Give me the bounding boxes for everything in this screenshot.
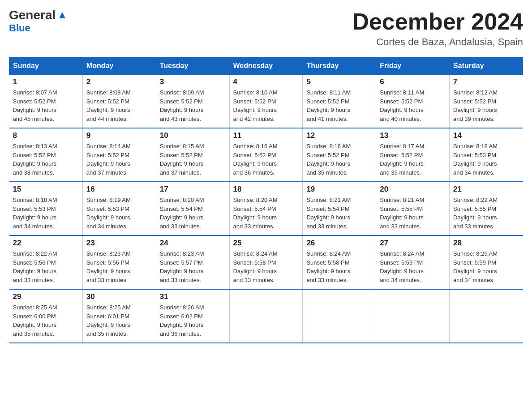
calendar-cell: 1Sunrise: 8:07 AM Sunset: 5:52 PM Daylig… bbox=[9, 75, 83, 128]
logo: General Blue bbox=[9, 9, 67, 34]
day-number: 20 bbox=[380, 185, 446, 194]
day-info: Sunrise: 8:20 AM Sunset: 5:54 PM Dayligh… bbox=[233, 196, 299, 231]
day-number: 3 bbox=[160, 77, 226, 86]
day-number: 1 bbox=[13, 77, 79, 86]
col-friday: Friday bbox=[376, 57, 450, 75]
day-number: 16 bbox=[86, 185, 152, 194]
day-info: Sunrise: 8:21 AM Sunset: 5:55 PM Dayligh… bbox=[380, 196, 446, 231]
page-header: General Blue December 2024 Cortes de Baz… bbox=[9, 9, 523, 48]
calendar-cell: 19Sunrise: 8:21 AM Sunset: 5:54 PM Dayli… bbox=[303, 182, 376, 235]
day-info: Sunrise: 8:21 AM Sunset: 5:54 PM Dayligh… bbox=[306, 196, 372, 231]
day-number: 19 bbox=[306, 185, 372, 194]
day-number: 17 bbox=[160, 185, 226, 194]
calendar-cell: 12Sunrise: 8:16 AM Sunset: 5:52 PM Dayli… bbox=[303, 128, 376, 182]
calendar-cell: 27Sunrise: 8:24 AM Sunset: 5:59 PM Dayli… bbox=[376, 235, 450, 289]
day-number: 24 bbox=[160, 239, 226, 248]
calendar-cell bbox=[450, 289, 523, 343]
day-info: Sunrise: 8:25 AM Sunset: 5:59 PM Dayligh… bbox=[453, 249, 519, 284]
calendar-cell: 11Sunrise: 8:16 AM Sunset: 5:52 PM Dayli… bbox=[229, 128, 303, 182]
day-number: 27 bbox=[380, 239, 446, 248]
day-info: Sunrise: 8:25 AM Sunset: 6:00 PM Dayligh… bbox=[13, 303, 79, 338]
calendar-cell: 23Sunrise: 8:23 AM Sunset: 5:56 PM Dayli… bbox=[82, 235, 156, 289]
day-number: 13 bbox=[380, 131, 446, 140]
calendar-cell: 20Sunrise: 8:21 AM Sunset: 5:55 PM Dayli… bbox=[376, 182, 450, 235]
col-wednesday: Wednesday bbox=[229, 57, 303, 75]
col-thursday: Thursday bbox=[303, 57, 376, 75]
calendar-week-3: 15Sunrise: 8:18 AM Sunset: 5:53 PM Dayli… bbox=[9, 182, 523, 235]
day-info: Sunrise: 8:24 AM Sunset: 5:58 PM Dayligh… bbox=[233, 249, 299, 284]
calendar-cell: 5Sunrise: 8:11 AM Sunset: 5:52 PM Daylig… bbox=[303, 75, 376, 128]
day-info: Sunrise: 8:17 AM Sunset: 5:52 PM Dayligh… bbox=[380, 142, 446, 177]
col-sunday: Sunday bbox=[9, 57, 83, 75]
day-number: 22 bbox=[13, 239, 79, 248]
day-info: Sunrise: 8:15 AM Sunset: 5:52 PM Dayligh… bbox=[160, 142, 226, 177]
day-number: 21 bbox=[453, 185, 519, 194]
day-number: 6 bbox=[380, 77, 446, 86]
calendar-cell bbox=[376, 289, 450, 343]
day-info: Sunrise: 8:24 AM Sunset: 5:58 PM Dayligh… bbox=[306, 249, 372, 284]
day-info: Sunrise: 8:18 AM Sunset: 5:53 PM Dayligh… bbox=[13, 196, 79, 231]
calendar-cell: 6Sunrise: 8:11 AM Sunset: 5:52 PM Daylig… bbox=[376, 75, 450, 128]
day-info: Sunrise: 8:10 AM Sunset: 5:52 PM Dayligh… bbox=[233, 88, 299, 123]
col-saturday: Saturday bbox=[450, 57, 523, 75]
day-number: 10 bbox=[160, 131, 226, 140]
day-info: Sunrise: 8:12 AM Sunset: 5:52 PM Dayligh… bbox=[453, 88, 519, 123]
calendar-header-row: Sunday Monday Tuesday Wednesday Thursday… bbox=[9, 57, 523, 75]
day-info: Sunrise: 8:23 AM Sunset: 5:56 PM Dayligh… bbox=[86, 249, 152, 284]
calendar-cell: 4Sunrise: 8:10 AM Sunset: 5:52 PM Daylig… bbox=[229, 75, 303, 128]
day-info: Sunrise: 8:13 AM Sunset: 5:52 PM Dayligh… bbox=[13, 142, 79, 177]
day-info: Sunrise: 8:18 AM Sunset: 5:53 PM Dayligh… bbox=[453, 142, 519, 177]
calendar-cell: 14Sunrise: 8:18 AM Sunset: 5:53 PM Dayli… bbox=[450, 128, 523, 182]
day-info: Sunrise: 8:26 AM Sunset: 6:02 PM Dayligh… bbox=[160, 303, 226, 338]
calendar-cell: 9Sunrise: 8:14 AM Sunset: 5:52 PM Daylig… bbox=[82, 128, 156, 182]
calendar-cell: 24Sunrise: 8:23 AM Sunset: 5:57 PM Dayli… bbox=[156, 235, 229, 289]
day-number: 26 bbox=[306, 239, 372, 248]
day-info: Sunrise: 8:22 AM Sunset: 5:55 PM Dayligh… bbox=[453, 196, 519, 231]
day-info: Sunrise: 8:11 AM Sunset: 5:52 PM Dayligh… bbox=[306, 88, 372, 123]
day-number: 31 bbox=[160, 292, 226, 301]
calendar-week-5: 29Sunrise: 8:25 AM Sunset: 6:00 PM Dayli… bbox=[9, 289, 523, 343]
day-number: 25 bbox=[233, 239, 299, 248]
logo-line1: General bbox=[9, 9, 67, 21]
month-title: December 2024 bbox=[352, 9, 523, 34]
day-info: Sunrise: 8:16 AM Sunset: 5:52 PM Dayligh… bbox=[306, 142, 372, 177]
calendar-cell: 25Sunrise: 8:24 AM Sunset: 5:58 PM Dayli… bbox=[229, 235, 303, 289]
calendar-week-2: 8Sunrise: 8:13 AM Sunset: 5:52 PM Daylig… bbox=[9, 128, 523, 182]
col-monday: Monday bbox=[82, 57, 156, 75]
calendar-week-4: 22Sunrise: 8:22 AM Sunset: 5:56 PM Dayli… bbox=[9, 235, 523, 289]
day-info: Sunrise: 8:23 AM Sunset: 5:57 PM Dayligh… bbox=[160, 249, 226, 284]
day-info: Sunrise: 8:07 AM Sunset: 5:52 PM Dayligh… bbox=[13, 88, 79, 123]
day-info: Sunrise: 8:08 AM Sunset: 5:52 PM Dayligh… bbox=[86, 88, 152, 123]
calendar-cell: 21Sunrise: 8:22 AM Sunset: 5:55 PM Dayli… bbox=[450, 182, 523, 235]
day-number: 8 bbox=[13, 131, 79, 140]
calendar-cell: 26Sunrise: 8:24 AM Sunset: 5:58 PM Dayli… bbox=[303, 235, 376, 289]
day-number: 30 bbox=[86, 292, 152, 301]
day-info: Sunrise: 8:25 AM Sunset: 6:01 PM Dayligh… bbox=[86, 303, 152, 338]
calendar-cell: 13Sunrise: 8:17 AM Sunset: 5:52 PM Dayli… bbox=[376, 128, 450, 182]
calendar-cell: 10Sunrise: 8:15 AM Sunset: 5:52 PM Dayli… bbox=[156, 128, 229, 182]
day-info: Sunrise: 8:16 AM Sunset: 5:52 PM Dayligh… bbox=[233, 142, 299, 177]
location-title: Cortes de Baza, Andalusia, Spain bbox=[352, 36, 523, 48]
calendar-cell bbox=[303, 289, 376, 343]
day-info: Sunrise: 8:11 AM Sunset: 5:52 PM Dayligh… bbox=[380, 88, 446, 123]
calendar-cell: 8Sunrise: 8:13 AM Sunset: 5:52 PM Daylig… bbox=[9, 128, 83, 182]
calendar-week-1: 1Sunrise: 8:07 AM Sunset: 5:52 PM Daylig… bbox=[9, 75, 523, 128]
calendar-cell bbox=[229, 289, 303, 343]
day-number: 15 bbox=[13, 185, 79, 194]
day-number: 4 bbox=[233, 77, 299, 86]
day-info: Sunrise: 8:22 AM Sunset: 5:56 PM Dayligh… bbox=[13, 249, 79, 284]
day-number: 29 bbox=[13, 292, 79, 301]
col-tuesday: Tuesday bbox=[156, 57, 229, 75]
day-number: 18 bbox=[233, 185, 299, 194]
day-number: 7 bbox=[453, 77, 519, 86]
logo-line2: Blue bbox=[9, 22, 30, 34]
day-number: 11 bbox=[233, 131, 299, 140]
calendar-cell: 7Sunrise: 8:12 AM Sunset: 5:52 PM Daylig… bbox=[450, 75, 523, 128]
calendar-cell: 31Sunrise: 8:26 AM Sunset: 6:02 PM Dayli… bbox=[156, 289, 229, 343]
calendar-cell: 17Sunrise: 8:20 AM Sunset: 5:54 PM Dayli… bbox=[156, 182, 229, 235]
calendar-cell: 29Sunrise: 8:25 AM Sunset: 6:00 PM Dayli… bbox=[9, 289, 83, 343]
calendar-cell: 28Sunrise: 8:25 AM Sunset: 5:59 PM Dayli… bbox=[450, 235, 523, 289]
day-number: 14 bbox=[453, 131, 519, 140]
day-info: Sunrise: 8:20 AM Sunset: 5:54 PM Dayligh… bbox=[160, 196, 226, 231]
calendar-cell: 30Sunrise: 8:25 AM Sunset: 6:01 PM Dayli… bbox=[82, 289, 156, 343]
